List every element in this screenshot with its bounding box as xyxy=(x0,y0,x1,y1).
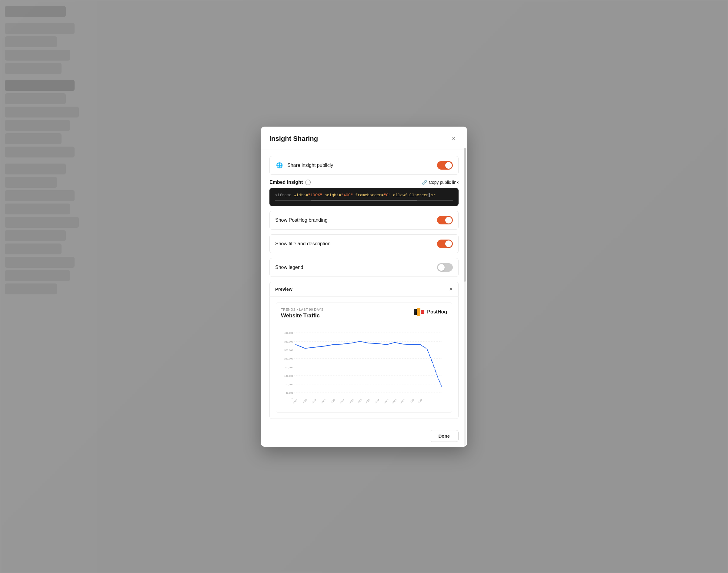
modal-body: 🌐 Share insight publicly Embed insight i… xyxy=(261,150,467,425)
preview-chevron-icon: ✕ xyxy=(449,286,453,292)
svg-text:300,000: 300,000 xyxy=(284,349,293,352)
svg-text:-2023: -2023 xyxy=(330,399,336,404)
info-icon-text: i xyxy=(308,180,308,184)
svg-text:-2023: -2023 xyxy=(339,399,345,404)
chart-svg-wrapper: 400,000 350,000 300,000 250,000 200,000 … xyxy=(281,322,447,407)
preview-content: TRENDS • LAST 90 DAYS Website Traffic xyxy=(270,297,458,419)
chart-line-solid xyxy=(296,341,420,348)
svg-text:-2023: -2023 xyxy=(417,399,423,404)
svg-text:0: 0 xyxy=(292,397,293,400)
svg-text:-2023: -2023 xyxy=(365,399,370,404)
share-insight-row: 🌐 Share insight publicly xyxy=(270,156,458,175)
svg-text:200,000: 200,000 xyxy=(284,366,293,369)
svg-text:-2023: -2023 xyxy=(383,399,389,404)
link-icon: 🔗 xyxy=(422,180,427,185)
chart-meta: TRENDS • LAST 90 DAYS xyxy=(281,308,324,311)
show-title-toggle[interactable] xyxy=(437,240,453,248)
preview-header[interactable]: Preview ✕ xyxy=(270,282,458,297)
svg-rect-3 xyxy=(414,309,417,312)
embed-label-text: Embed insight xyxy=(270,179,303,185)
modal-footer: Done xyxy=(261,425,467,447)
show-legend-row: Show legend xyxy=(270,258,458,277)
show-legend-left: Show legend xyxy=(275,265,303,270)
modal-header: Insight Sharing × xyxy=(261,126,467,150)
chart-top: TRENDS • LAST 90 DAYS Website Traffic xyxy=(281,308,447,319)
svg-text:-2023: -2023 xyxy=(311,399,317,404)
posthog-logo: PostHog xyxy=(414,308,447,316)
show-branding-toggle[interactable] xyxy=(437,216,453,224)
insight-sharing-modal: Insight Sharing × 🌐 Share insight public… xyxy=(261,126,467,447)
show-branding-left: Show PostHog branding xyxy=(275,217,328,223)
show-title-left: Show title and description xyxy=(275,241,330,247)
modal-overlay: Insight Sharing × 🌐 Share insight public… xyxy=(0,0,728,573)
copy-link-label: Copy public link xyxy=(429,180,458,185)
chart-container: TRENDS • LAST 90 DAYS Website Traffic xyxy=(276,303,452,413)
svg-text:350,000: 350,000 xyxy=(284,340,293,343)
posthog-logo-icon xyxy=(414,308,425,316)
chart-line-dashed xyxy=(420,344,442,386)
share-insight-label: Share insight publicly xyxy=(287,163,333,168)
code-tag-open: <iframe xyxy=(275,193,294,198)
share-insight-left: 🌐 Share insight publicly xyxy=(275,161,333,170)
posthog-logo-text: PostHog xyxy=(427,309,447,315)
svg-text:-2023: -2023 xyxy=(321,399,326,404)
chart-meta-block: TRENDS • LAST 90 DAYS Website Traffic xyxy=(281,308,324,319)
show-branding-row: Show PostHog branding xyxy=(270,211,458,229)
show-branding-label: Show PostHog branding xyxy=(275,217,328,223)
svg-text:-2023: -2023 xyxy=(392,399,397,404)
embed-label: Embed insight i xyxy=(270,179,311,185)
modal-close-button[interactable]: × xyxy=(449,134,458,144)
svg-rect-2 xyxy=(421,310,424,314)
chart-svg: 400,000 350,000 300,000 250,000 200,000 … xyxy=(281,322,447,407)
globe-icon: 🌐 xyxy=(275,161,284,170)
svg-text:250,000: 250,000 xyxy=(284,357,293,360)
svg-rect-4 xyxy=(417,308,420,312)
show-title-label: Show title and description xyxy=(275,241,330,247)
svg-text:100,000: 100,000 xyxy=(284,383,293,386)
svg-text:-2023: -2023 xyxy=(357,399,362,404)
copy-public-link-button[interactable]: 🔗 Copy public link xyxy=(422,180,458,185)
show-legend-label: Show legend xyxy=(275,265,303,270)
svg-text:50,000: 50,000 xyxy=(286,392,293,394)
embed-code-block[interactable]: <iframe width="100%" height="400" frameb… xyxy=(270,188,458,206)
svg-text:-2023: -2023 xyxy=(400,399,405,404)
svg-text:-2023: -2023 xyxy=(302,399,307,404)
show-legend-toggle[interactable] xyxy=(437,263,453,272)
embed-info-icon[interactable]: i xyxy=(305,179,311,185)
done-button[interactable]: Done xyxy=(430,430,459,442)
show-title-row: Show title and description xyxy=(270,235,458,253)
code-scrollbar-thumb xyxy=(311,200,418,201)
svg-text:150,000: 150,000 xyxy=(284,374,293,377)
share-insight-toggle[interactable] xyxy=(437,161,453,170)
svg-text:-2023: -2023 xyxy=(409,399,414,404)
chart-title: Website Traffic xyxy=(281,313,324,319)
code-scrollbar xyxy=(275,200,453,201)
modal-title: Insight Sharing xyxy=(270,135,318,143)
embed-code-text: <iframe width="100%" height="400" frameb… xyxy=(275,193,453,198)
preview-section: Preview ✕ TRENDS • LAST 90 DAYS Website … xyxy=(270,282,458,419)
svg-text:-2023: -2023 xyxy=(292,399,298,404)
modal-scrollbar xyxy=(464,148,466,446)
svg-text:-2023: -2023 xyxy=(349,399,354,404)
modal-scrollbar-thumb xyxy=(464,148,466,282)
svg-text:400,000: 400,000 xyxy=(284,332,293,334)
preview-label: Preview xyxy=(275,286,292,292)
embed-header: Embed insight i 🔗 Copy public link xyxy=(270,179,458,185)
svg-text:-2023: -2023 xyxy=(374,399,380,404)
